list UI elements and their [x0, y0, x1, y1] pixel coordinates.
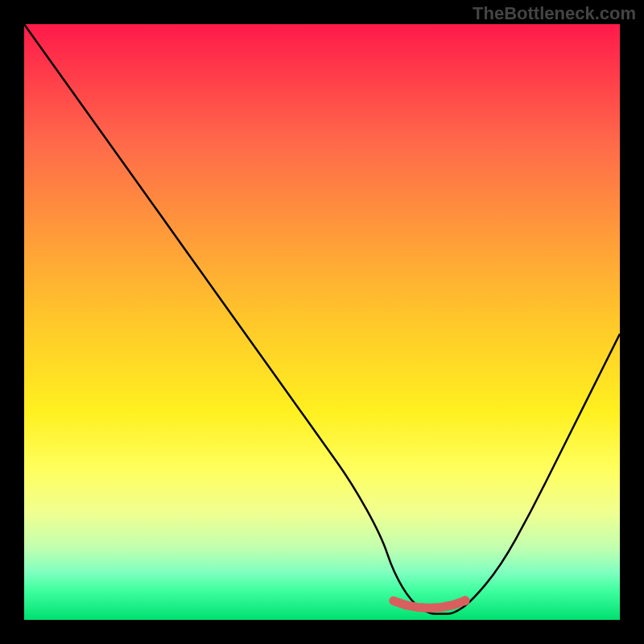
bottleneck-curve	[24, 24, 620, 614]
watermark-text: TheBottleneck.com	[473, 3, 636, 24]
optimal-range-stroke	[394, 601, 465, 608]
curve-overlay	[24, 24, 620, 620]
optimal-range-markers	[394, 596, 470, 608]
chart-container: TheBottleneck.com	[0, 0, 644, 644]
optimal-range-end-dot	[460, 596, 470, 605]
plot-area	[24, 24, 620, 620]
